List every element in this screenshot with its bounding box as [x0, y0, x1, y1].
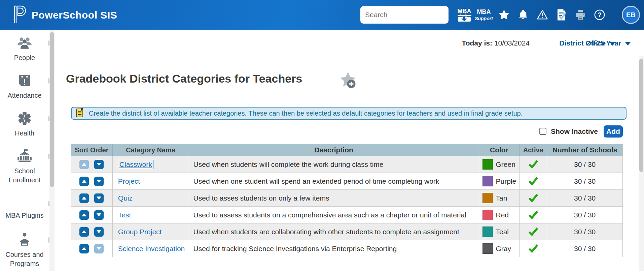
color-swatch: [482, 243, 493, 254]
category-description: Used when one student will spend an exte…: [189, 173, 479, 189]
table-row: Quiz Used to asses students on only a fe…: [71, 189, 622, 206]
attendance-calendar-icon: [0, 73, 49, 88]
note-icon: [76, 108, 84, 119]
active-cell: [520, 223, 547, 240]
sidebar-item-attendance[interactable]: Attendance: [0, 73, 49, 100]
sidebar-item-school-enrollment[interactable]: School Enrollment: [0, 148, 49, 185]
sort-order-cell: [71, 223, 113, 240]
category-description: Used when students are collaborating wit…: [189, 223, 479, 240]
sidebar-item-label: People: [0, 53, 49, 62]
schools-cell: 30 / 30: [547, 156, 622, 173]
sort-order-cell: [71, 240, 113, 257]
powerschool-logo-icon[interactable]: [13, 5, 26, 25]
schools-cell: 30 / 30: [547, 173, 622, 189]
color-swatch: [482, 176, 493, 186]
category-link[interactable]: Classwork: [118, 160, 153, 169]
info-banner: Create the district list of available te…: [71, 107, 627, 120]
people-icon: [0, 35, 49, 51]
mba-download-icon[interactable]: MBA: [456, 0, 473, 30]
favorites-star-icon[interactable]: [497, 0, 511, 30]
sort-order-cell: [71, 190, 113, 206]
notifications-bell-icon[interactable]: [516, 0, 530, 30]
lectern-teacher-icon: [0, 232, 49, 247]
category-link[interactable]: Group Project: [118, 228, 162, 236]
user-avatar[interactable]: EB: [622, 6, 640, 24]
sidebar-item-health[interactable]: Health: [0, 111, 49, 138]
school-building-icon: [0, 148, 49, 164]
sort-up-button[interactable]: [79, 193, 89, 203]
mba-support-line1: MBA: [477, 8, 491, 16]
search-input[interactable]: [360, 11, 459, 19]
alerts-warning-icon[interactable]: [536, 0, 549, 30]
sidebar-scrollbar-thumb[interactable]: [50, 32, 54, 187]
show-inactive-checkbox[interactable]: [539, 128, 546, 135]
active-check-icon: [528, 210, 538, 219]
category-link[interactable]: Project: [118, 177, 140, 185]
active-check-icon: [528, 177, 538, 186]
banner-text: Create the district list of available te…: [89, 110, 523, 117]
today-value: 10/03/2024: [494, 39, 530, 47]
color-name: Purple: [496, 177, 516, 185]
col-header-color: Color: [479, 144, 520, 156]
sort-up-button[interactable]: [79, 210, 89, 220]
print-icon[interactable]: [574, 0, 587, 30]
term-label: 24-25 Year: [586, 39, 621, 47]
color-name: Green: [496, 160, 515, 169]
sidebar-item-courses-and-programs[interactable]: Courses and Programs: [0, 232, 49, 268]
show-inactive-label: Show Inactive: [551, 127, 598, 136]
category-link[interactable]: Quiz: [118, 194, 133, 202]
sidebar-item-mba-plugins[interactable]: MBA Plugins: [0, 198, 49, 220]
category-link[interactable]: Science Investigation: [118, 245, 185, 253]
sort-down-button[interactable]: [94, 210, 104, 220]
category-description: Used to assess students on a comprehensi…: [189, 207, 479, 223]
schools-cell: 30 / 30: [547, 240, 622, 257]
active-cell: [520, 207, 547, 223]
active-cell: [520, 190, 547, 206]
add-button[interactable]: Add: [604, 125, 623, 138]
sort-down-button[interactable]: [94, 244, 104, 253]
schools-cell: 30 / 30: [547, 207, 622, 223]
color-name: Gray: [496, 245, 511, 253]
color-name: Teal: [496, 228, 509, 236]
chevron-down-icon: [625, 42, 631, 46]
color-name: Red: [496, 211, 509, 219]
sidebar-nav: People Attendance: [0, 30, 55, 271]
app-header: PowerSchool SIS MBA MBA Support: [0, 0, 644, 30]
col-header-number-of-schools: Number of Schools: [547, 144, 622, 156]
mba-label: MBA: [458, 8, 471, 16]
active-check-icon: [528, 160, 538, 169]
mba-support-icon[interactable]: MBA Support: [474, 0, 494, 30]
term-selector[interactable]: 24-25 Year: [586, 39, 631, 47]
table-row: Group Project Used when students are col…: [71, 223, 622, 240]
table-row: Science Investigation Used for tracking …: [71, 240, 622, 257]
add-to-favorites-star-icon[interactable]: [338, 71, 357, 90]
mba-support-line2: Support: [475, 16, 493, 21]
color-swatch: [482, 193, 493, 203]
color-swatch: [482, 227, 493, 237]
main-scrollbar-thumb[interactable]: [639, 59, 643, 172]
sort-down-button[interactable]: [94, 227, 104, 237]
sort-down-button[interactable]: [94, 160, 104, 169]
sidebar-item-label: Health: [0, 129, 49, 138]
categories-table: Sort Order Category Name Description Col…: [71, 144, 623, 257]
reports-clipboard-icon[interactable]: [554, 0, 568, 30]
sort-up-button[interactable]: [79, 160, 89, 169]
sort-up-button[interactable]: [79, 227, 89, 237]
schools-cell: 30 / 30: [547, 223, 622, 240]
col-header-category-name: Category Name: [113, 144, 189, 156]
table-row: Test Used to assess students on a compre…: [71, 206, 622, 223]
col-header-active: Active: [520, 144, 547, 156]
sort-order-cell: [71, 207, 113, 223]
color-swatch: [482, 159, 493, 170]
category-link[interactable]: Test: [118, 211, 131, 219]
search-box[interactable]: [360, 6, 449, 24]
sort-down-button[interactable]: [94, 193, 104, 203]
help-icon[interactable]: ?: [593, 0, 606, 30]
active-cell: [520, 156, 547, 173]
svg-text:?: ?: [598, 11, 602, 19]
sort-down-button[interactable]: [94, 177, 104, 186]
sort-up-button[interactable]: [79, 244, 89, 253]
sidebar-item-people[interactable]: People: [0, 35, 49, 62]
sort-up-button[interactable]: [79, 177, 89, 186]
sidebar-item-label: Attendance: [0, 91, 49, 100]
